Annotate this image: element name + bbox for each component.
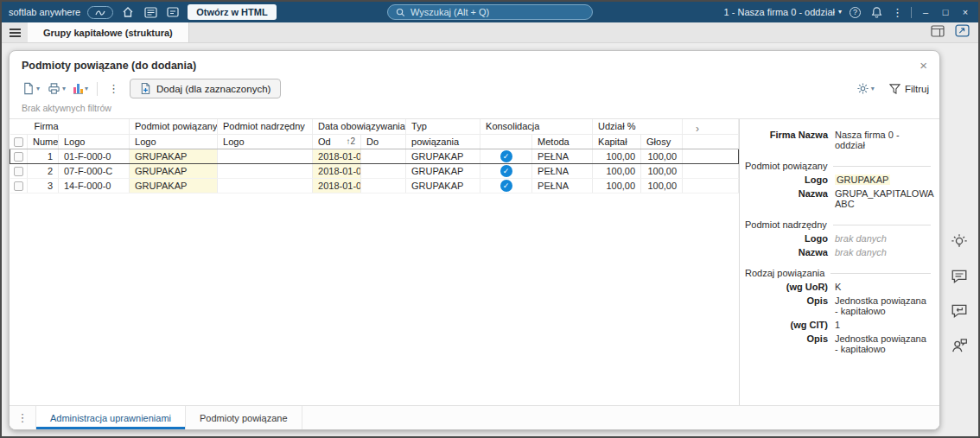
topbar: softlab anywhere Otwórz w HTML Wyszukaj … bbox=[2, 2, 978, 22]
col-header-logo-powiazany[interactable]: Logo bbox=[130, 134, 218, 149]
col-group-typ[interactable]: Typ bbox=[406, 119, 480, 134]
cell-metoda[interactable]: PEŁNA bbox=[532, 163, 593, 178]
col-group-udzial[interactable]: Udział % bbox=[593, 119, 683, 134]
feedback-chat-icon[interactable] bbox=[949, 266, 970, 287]
cell-od[interactable]: 2018-01-01 bbox=[313, 149, 361, 163]
cell-metoda[interactable]: PEŁNA bbox=[532, 178, 593, 193]
cell-glosy[interactable]: 100,00 bbox=[641, 178, 683, 193]
cell-kapital[interactable]: 100,00 bbox=[593, 163, 641, 178]
cell-kapital[interactable]: 100,00 bbox=[593, 178, 641, 193]
window-minimize-button[interactable]: – bbox=[920, 7, 932, 17]
cell-numer[interactable]: 1 bbox=[28, 149, 59, 163]
bottom-tab-podmioty[interactable]: Podmioty powiązane bbox=[186, 406, 302, 429]
cell-podmiot_logo[interactable]: GRUPAKAP bbox=[130, 149, 218, 163]
notifications-bell-icon[interactable] bbox=[869, 5, 884, 19]
app-logo-badge[interactable] bbox=[87, 6, 113, 19]
col-header-powiazania[interactable]: powiązania bbox=[406, 134, 480, 149]
view-settings-button[interactable]: ▾ bbox=[854, 80, 877, 97]
cell-typ[interactable]: GRUPAKAP bbox=[406, 149, 480, 163]
col-header-konsolidacja-check[interactable] bbox=[480, 134, 532, 149]
add-selected-button[interactable]: Dodaj (dla zaznaczonych) bbox=[130, 79, 281, 98]
layout-icon[interactable] bbox=[931, 25, 945, 41]
print-button[interactable]: ▾ bbox=[45, 80, 68, 97]
cell-nadrzedny_logo[interactable] bbox=[218, 178, 313, 193]
window-close-button[interactable]: × bbox=[959, 7, 971, 17]
more-menu-icon[interactable]: ⋮ bbox=[892, 6, 903, 19]
chevron-down-icon[interactable]: ▾ bbox=[871, 86, 875, 92]
tab-grupy-kapitalowe[interactable]: Grupy kapitałowe (struktura) bbox=[28, 22, 189, 42]
field-cit-opis: Opis Jednostka powiązana - kapitałowo bbox=[745, 333, 931, 354]
cell-typ[interactable]: GRUPAKAP bbox=[406, 178, 480, 193]
cell-do[interactable] bbox=[361, 163, 406, 178]
cell-nadrzedny_logo[interactable] bbox=[218, 149, 313, 163]
col-group-konsolidacja[interactable]: Konsolidacja bbox=[480, 119, 593, 134]
close-icon[interactable]: × bbox=[920, 59, 927, 72]
row-checkbox[interactable] bbox=[14, 181, 23, 191]
col-header-numer[interactable]: Numer bbox=[28, 134, 59, 149]
col-header-logo-firma[interactable]: Logo bbox=[59, 134, 130, 149]
cell-numer[interactable]: 2 bbox=[28, 163, 59, 178]
cell-podmiot_logo[interactable]: GRUPAKAP bbox=[130, 163, 218, 178]
hint-lightbulb-icon[interactable] bbox=[949, 232, 970, 252]
cell-logo[interactable]: 14-F-000-0 bbox=[59, 178, 130, 193]
apps-icon[interactable] bbox=[165, 5, 181, 19]
chevron-down-icon[interactable]: ▾ bbox=[85, 86, 88, 92]
chevron-down-icon[interactable]: ▾ bbox=[62, 86, 66, 92]
expand-columns-icon[interactable]: › bbox=[696, 123, 699, 135]
cell-metoda[interactable]: PEŁNA bbox=[532, 149, 593, 163]
toolbar-separator bbox=[97, 82, 98, 96]
reply-chat-icon[interactable] bbox=[949, 301, 970, 321]
cell-do[interactable] bbox=[361, 178, 406, 193]
news-icon[interactable] bbox=[143, 5, 158, 19]
col-group-podmiot-powiazany[interactable]: Podmiot powiązany↑1 bbox=[130, 119, 218, 134]
col-header-do[interactable]: Do bbox=[361, 134, 406, 149]
cell-podmiot_logo[interactable]: GRUPAKAP bbox=[130, 178, 218, 193]
cell-kapital[interactable]: 100,00 bbox=[593, 149, 641, 163]
col-header-glosy[interactable]: Głosy bbox=[641, 134, 683, 149]
row-checkbox[interactable] bbox=[14, 167, 23, 176]
company-selector[interactable]: 1 - Nasza firma 0 - oddział ▾ bbox=[724, 7, 842, 17]
col-group-firma[interactable]: Firma bbox=[10, 119, 130, 134]
cell-od[interactable]: 2018-01-01 bbox=[313, 178, 361, 193]
table-row[interactable]: 314-F-000-0GRUPAKAP2018-01-01GRUPAKAP✓PE… bbox=[10, 178, 739, 193]
col-header-kapital[interactable]: Kapitał bbox=[593, 134, 641, 149]
table-row[interactable]: 101-F-000-0GRUPAKAP2018-01-01GRUPAKAP✓PE… bbox=[10, 149, 739, 163]
new-document-button[interactable]: ▾ bbox=[20, 80, 42, 97]
section-podmiot-nadrzedny: Podmiot nadrzędny bbox=[745, 219, 931, 230]
select-all-checkbox[interactable] bbox=[14, 137, 23, 147]
chart-button[interactable]: ▾ bbox=[71, 81, 91, 96]
open-external-icon[interactable] bbox=[955, 24, 970, 41]
cell-numer[interactable]: 3 bbox=[28, 178, 59, 193]
home-icon[interactable] bbox=[120, 5, 136, 19]
col-header-od[interactable]: Od↑2 bbox=[313, 134, 361, 149]
cell-logo[interactable]: 07-F-000-C bbox=[59, 163, 130, 178]
cell-glosy[interactable]: 100,00 bbox=[641, 163, 683, 178]
cell-glosy[interactable]: 100,00 bbox=[641, 149, 683, 163]
field-podmiot-nazwa: Nazwa GRUPA_KAPITALOWA ABC bbox=[745, 188, 931, 209]
help-icon[interactable]: ? bbox=[850, 7, 861, 18]
col-header-checkbox[interactable] bbox=[10, 134, 28, 149]
support-person-icon[interactable] bbox=[949, 335, 970, 356]
filter-button[interactable]: Filtruj bbox=[889, 84, 929, 94]
bottom-kebab-icon[interactable]: ⋮ bbox=[10, 406, 35, 429]
cell-typ[interactable]: GRUPAKAP bbox=[406, 163, 480, 178]
hamburger-menu-icon[interactable] bbox=[2, 22, 28, 42]
chevron-down-icon[interactable]: ▾ bbox=[36, 86, 40, 92]
bottom-tab-administracja[interactable]: Administracja uprawnieniami bbox=[35, 406, 186, 429]
cell-do[interactable] bbox=[361, 149, 406, 163]
search-input[interactable]: Wyszukaj (Alt + Q) bbox=[387, 4, 593, 20]
window-maximize-button[interactable]: □ bbox=[939, 7, 951, 17]
field-wg-uor: (wg UoR) K bbox=[745, 282, 931, 292]
col-header-logo-nadrzedny[interactable]: Logo bbox=[218, 134, 313, 149]
table-row[interactable]: 207-F-000-CGRUPAKAP2018-01-01GRUPAKAP✓PE… bbox=[10, 163, 739, 178]
col-header-metoda[interactable]: Metoda bbox=[532, 134, 593, 149]
cell-logo[interactable]: 01-F-000-0 bbox=[59, 149, 130, 163]
section-podmiot-powiazany: Podmiot powiązany bbox=[745, 161, 931, 171]
cell-nadrzedny_logo[interactable] bbox=[218, 163, 313, 178]
col-group-data-obowiazywania[interactable]: Data obowiązywania bbox=[313, 119, 406, 134]
toolbar-kebab-icon[interactable]: ⋮ bbox=[104, 82, 124, 95]
col-group-podmiot-nadrzedny[interactable]: Podmiot nadrzędny bbox=[218, 119, 313, 134]
open-html-button[interactable]: Otwórz w HTML bbox=[188, 4, 277, 20]
row-checkbox[interactable] bbox=[14, 152, 23, 162]
cell-od[interactable]: 2018-01-01 bbox=[313, 163, 361, 178]
